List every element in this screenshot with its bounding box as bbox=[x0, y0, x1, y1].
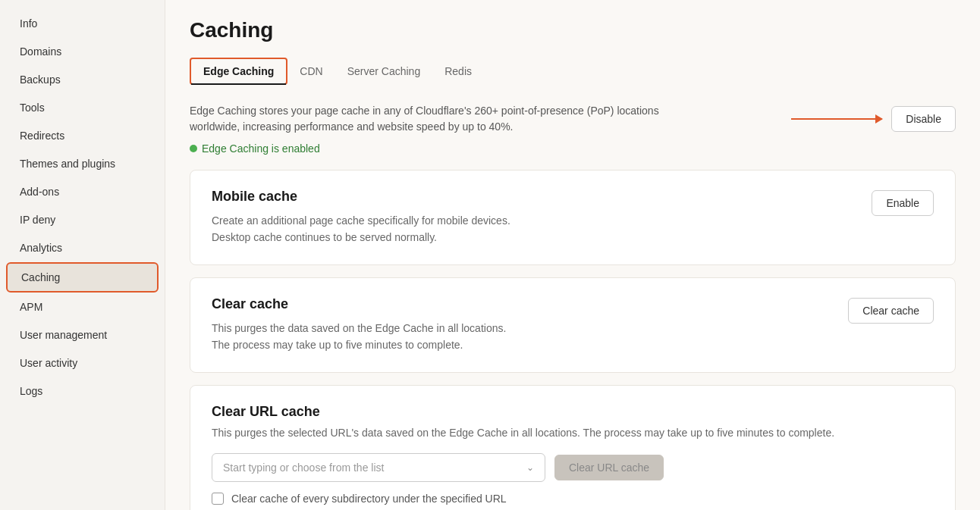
sidebar-item-domains[interactable]: Domains bbox=[6, 38, 159, 65]
url-cache-left: Clear URL cache This purges the selected… bbox=[212, 404, 834, 441]
sidebar-item-label: APM bbox=[20, 301, 42, 313]
edge-caching-status: Edge Caching is enabled bbox=[190, 142, 956, 155]
disable-button[interactable]: Disable bbox=[891, 106, 956, 132]
status-text: Edge Caching is enabled bbox=[202, 142, 320, 155]
tab-redis[interactable]: Redis bbox=[432, 58, 484, 85]
clear-cache-title: Clear cache bbox=[212, 296, 830, 312]
tabs-bar: Edge Caching CDN Server Caching Redis bbox=[190, 58, 956, 85]
sidebar-item-label: Backups bbox=[20, 74, 61, 86]
sidebar-item-info[interactable]: Info bbox=[6, 10, 159, 37]
tab-edge-caching[interactable]: Edge Caching bbox=[190, 58, 287, 85]
sidebar-item-label: Redirects bbox=[20, 130, 64, 142]
sidebar-item-label: Domains bbox=[20, 45, 61, 58]
sidebar-item-ip-deny[interactable]: IP deny bbox=[6, 206, 159, 233]
page-title: Caching bbox=[190, 18, 956, 42]
arrow-line bbox=[791, 118, 882, 120]
clear-cache-action: Clear cache bbox=[848, 296, 934, 324]
clear-cache-description: This purges the data saved on the Edge C… bbox=[212, 320, 830, 354]
sidebar-item-label: User activity bbox=[20, 357, 77, 369]
tab-cdn[interactable]: CDN bbox=[287, 58, 335, 85]
sidebar-item-add-ons[interactable]: Add-ons bbox=[6, 178, 159, 205]
sidebar-item-user-management[interactable]: User management bbox=[6, 321, 159, 349]
sidebar-item-label: Add-ons bbox=[20, 186, 59, 198]
sidebar-item-label: IP deny bbox=[20, 214, 55, 226]
sidebar-item-apm[interactable]: APM bbox=[6, 293, 159, 321]
clear-cache-card: Clear cache This purges the data saved o… bbox=[190, 277, 956, 373]
clear-url-cache-title: Clear URL cache bbox=[212, 404, 834, 420]
edge-caching-description: Edge Caching stores your page cache in a… bbox=[190, 103, 675, 135]
mobile-cache-card: Mobile cache Create an additional page c… bbox=[190, 170, 956, 265]
sidebar-item-label: Caching bbox=[21, 271, 60, 283]
chevron-down-icon: ⌄ bbox=[526, 462, 534, 473]
clear-url-cache-description: This purges the selected URL's data save… bbox=[212, 424, 834, 441]
sidebar-item-user-activity[interactable]: User activity bbox=[6, 349, 159, 377]
mobile-cache-title: Mobile cache bbox=[212, 189, 853, 205]
edge-caching-section: Edge Caching stores your page cache in a… bbox=[190, 103, 956, 155]
status-dot-icon bbox=[190, 145, 197, 152]
clear-cache-content: Clear cache This purges the data saved o… bbox=[212, 296, 830, 354]
clear-cache-button[interactable]: Clear cache bbox=[848, 298, 934, 324]
clear-url-cache-card: Clear URL cache This purges the selected… bbox=[190, 385, 956, 510]
sidebar-item-logs[interactable]: Logs bbox=[6, 377, 159, 405]
mobile-cache-action: Enable bbox=[872, 189, 934, 216]
url-cache-input-row: Start typing or choose from the list ⌄ C… bbox=[212, 453, 934, 482]
enable-mobile-cache-button[interactable]: Enable bbox=[872, 190, 934, 216]
subdirectory-checkbox-label: Clear cache of every subdirectory under … bbox=[231, 493, 507, 505]
subdirectory-checkbox[interactable] bbox=[212, 493, 224, 505]
dropdown-placeholder: Start typing or choose from the list bbox=[223, 462, 384, 474]
mobile-cache-content: Mobile cache Create an additional page c… bbox=[212, 189, 853, 246]
sidebar-item-redirects[interactable]: Redirects bbox=[6, 122, 159, 149]
sidebar-item-themes-plugins[interactable]: Themes and plugins bbox=[6, 150, 159, 177]
main-content: Caching Edge Caching CDN Server Caching … bbox=[165, 0, 980, 510]
sidebar-item-label: Analytics bbox=[20, 242, 62, 254]
sidebar-item-label: Logs bbox=[20, 385, 42, 397]
sidebar-item-backups[interactable]: Backups bbox=[6, 66, 159, 93]
sidebar-item-label: Tools bbox=[20, 102, 45, 114]
subdirectory-checkbox-row: Clear cache of every subdirectory under … bbox=[212, 493, 934, 505]
mobile-cache-description: Create an additional page cache specific… bbox=[212, 212, 853, 246]
disable-arrow-area: Disable bbox=[791, 106, 956, 132]
url-cache-header: Clear URL cache This purges the selected… bbox=[212, 404, 934, 441]
sidebar-item-label: Info bbox=[20, 17, 37, 30]
url-input-dropdown[interactable]: Start typing or choose from the list ⌄ bbox=[212, 453, 545, 482]
clear-url-cache-button[interactable]: Clear URL cache bbox=[554, 455, 664, 480]
sidebar: Info Domains Backups Tools Redirects The… bbox=[0, 0, 165, 510]
tab-server-caching[interactable]: Server Caching bbox=[335, 58, 433, 85]
sidebar-item-caching[interactable]: Caching bbox=[6, 262, 159, 293]
sidebar-item-tools[interactable]: Tools bbox=[6, 94, 159, 121]
sidebar-item-analytics[interactable]: Analytics bbox=[6, 234, 159, 261]
sidebar-item-label: User management bbox=[20, 329, 107, 341]
sidebar-item-label: Themes and plugins bbox=[20, 158, 115, 170]
